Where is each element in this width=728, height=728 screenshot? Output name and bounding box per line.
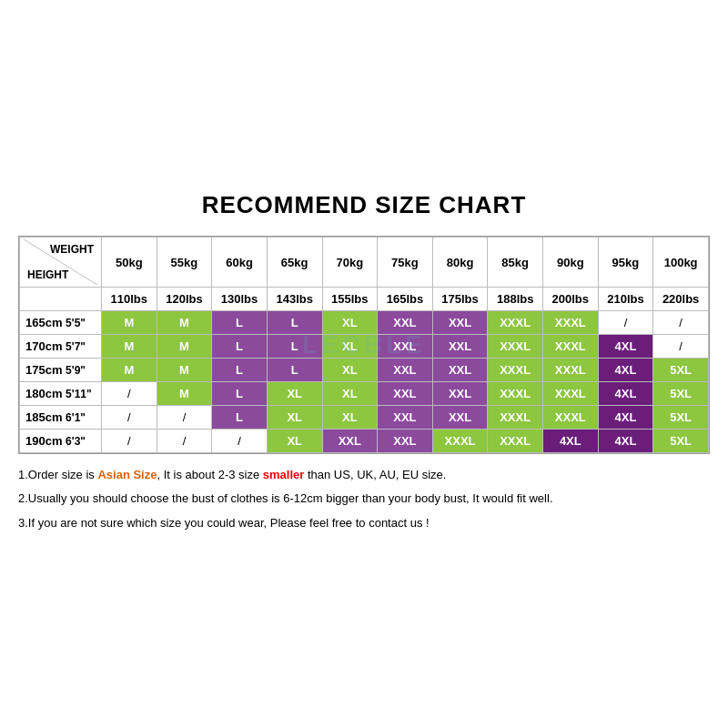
col-header-95kg: 95kg [598,238,653,288]
lbs-header-empty [20,288,102,311]
cell-165-75: XXL [378,311,433,335]
row-header-190: 190cm 6'3" [20,430,102,453]
size-chart-table-wrapper: LECBLE WEIGHT HEIGHT [18,236,710,454]
cell-165-95: / [598,311,653,335]
cell-180-65: XL [267,382,322,406]
cell-185-60: L [212,406,268,430]
cell-180-100: 5XL [653,382,709,406]
cell-190-80: XXXL [432,430,488,453]
table-row: 170cm 5'7" M M L L XL XXL XXL XXXL XXXL … [20,335,709,359]
row-header-170: 170cm 5'7" [20,335,102,359]
cell-185-65: XL [267,406,322,430]
cell-170-80: XXL [432,335,488,359]
cell-165-60: L [212,311,268,335]
notes-section: 1.Order size is Asian Size, It is about … [18,465,710,532]
cell-170-90: XXXL [543,335,599,359]
cell-190-100: 5XL [653,430,709,453]
col-header-65kg: 65kg [267,238,322,288]
cell-190-70: XXL [322,430,378,453]
col-header-60kg: 60kg [212,238,268,288]
cell-180-80: XXL [432,382,488,406]
cell-170-65: L [267,335,322,359]
table-row: 185cm 6'1" / / L XL XL XXL XXL XXXL XXXL… [20,406,709,430]
cell-175-60: L [212,359,268,382]
row-header-165: 165cm 5'5" [20,311,102,335]
col-header-165lbs: 165lbs [378,288,433,311]
cell-190-50: / [102,430,157,453]
col-header-200lbs: 200lbs [543,288,599,311]
cell-190-95: 4XL [598,430,653,453]
cell-175-55: M [157,359,212,382]
col-header-175lbs: 175lbs [432,288,488,311]
col-header-90kg: 90kg [543,238,599,288]
col-header-220lbs: 220lbs [653,288,709,311]
col-header-50kg: 50kg [102,238,157,288]
cell-165-85: XXXL [488,311,543,335]
table-row: 175cm 5'9" M M L L XL XXL XXL XXXL XXXL … [20,359,709,382]
table-row: 165cm 5'5" M M L L XL XXL XXL XXXL XXXL … [20,311,709,335]
cell-185-95: 4XL [598,406,653,430]
cell-165-90: XXXL [543,311,599,335]
cell-165-100: / [653,311,709,335]
cell-175-50: M [102,359,157,382]
note-3: 3.If you are not sure which size you cou… [18,513,710,533]
cell-170-55: M [157,335,212,359]
cell-165-55: M [157,311,212,335]
cell-190-65: XL [267,430,322,453]
col-header-70kg: 70kg [322,238,378,288]
col-header-55kg: 55kg [157,238,212,288]
cell-165-65: L [267,311,322,335]
cell-180-95: 4XL [598,382,653,406]
cell-175-85: XXXL [488,359,543,382]
cell-180-90: XXXL [543,382,599,406]
cell-175-65: L [267,359,322,382]
cell-185-100: 5XL [653,406,709,430]
col-header-120lbs: 120lbs [157,288,212,311]
cell-165-80: XXL [432,311,488,335]
cell-185-80: XXL [432,406,488,430]
col-header-188lbs: 188lbs [488,288,543,311]
cell-180-70: XL [322,382,378,406]
cell-180-75: XXL [378,382,433,406]
height-label: HEIGHT [27,268,68,281]
table-row: 180cm 5'11" / M L XL XL XXL XXL XXXL XXX… [20,382,709,406]
cell-170-70: XL [322,335,378,359]
row-header-185: 185cm 6'1" [20,406,102,430]
row-header-180: 180cm 5'11" [20,382,102,406]
cell-185-90: XXXL [543,406,599,430]
cell-175-90: XXXL [543,359,599,382]
cell-190-85: XXXL [488,430,543,453]
cell-170-75: XXL [378,335,433,359]
cell-180-60: L [212,382,268,406]
cell-185-75: XXL [378,406,433,430]
col-header-155lbs: 155lbs [322,288,378,311]
cell-185-55: / [157,406,212,430]
cell-170-60: L [212,335,268,359]
weight-label: WEIGHT [50,243,94,256]
size-chart-table: WEIGHT HEIGHT 50kg 55kg 60kg 65kg 70kg 7… [19,237,709,453]
col-header-110lbs: 110lbs [102,288,157,311]
cell-170-95: 4XL [598,335,653,359]
cell-180-50: / [102,382,157,406]
cell-185-70: XL [322,406,378,430]
note-1: 1.Order size is Asian Size, It is about … [18,465,710,485]
cell-170-100: / [653,335,709,359]
cell-190-60: / [212,430,268,453]
col-header-143lbs: 143lbs [267,288,322,311]
cell-170-85: XXXL [488,335,543,359]
note-1-asian-size: Asian Size [97,468,157,481]
table-border: WEIGHT HEIGHT 50kg 55kg 60kg 65kg 70kg 7… [18,236,710,454]
weight-height-header: WEIGHT HEIGHT [20,238,102,288]
cell-165-50: M [102,311,157,335]
cell-175-100: 5XL [653,359,709,382]
cell-175-75: XXL [378,359,433,382]
cell-185-85: XXXL [488,406,543,430]
cell-175-95: 4XL [598,359,653,382]
note-2: 2.Usually you should choose the bust of … [18,489,710,509]
cell-170-50: M [102,335,157,359]
page-title: RECOMMEND SIZE CHART [18,191,710,219]
cell-190-90: 4XL [543,430,599,453]
col-header-75kg: 75kg [378,238,433,288]
cell-190-55: / [157,430,212,453]
col-header-100kg: 100kg [653,238,709,288]
